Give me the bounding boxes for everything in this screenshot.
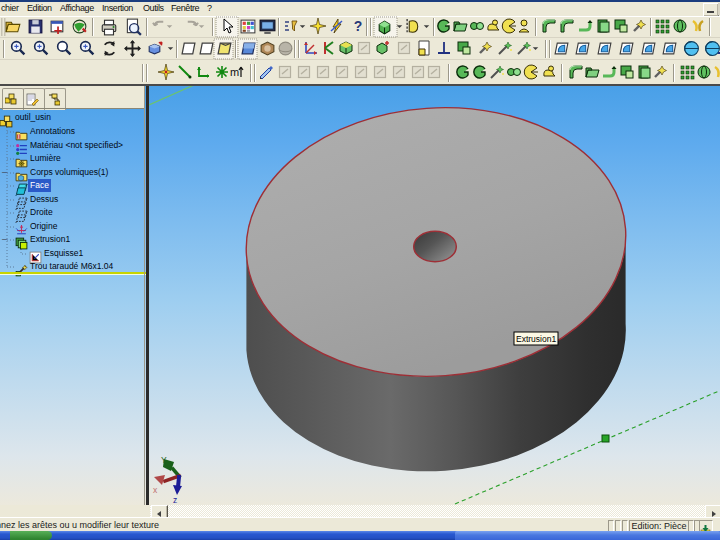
svg-text:z: z (173, 495, 177, 505)
svg-text:Y: Y (161, 455, 167, 465)
svg-text:x: x (153, 485, 158, 495)
svg-text:Extrusion1: Extrusion1 (516, 334, 556, 344)
